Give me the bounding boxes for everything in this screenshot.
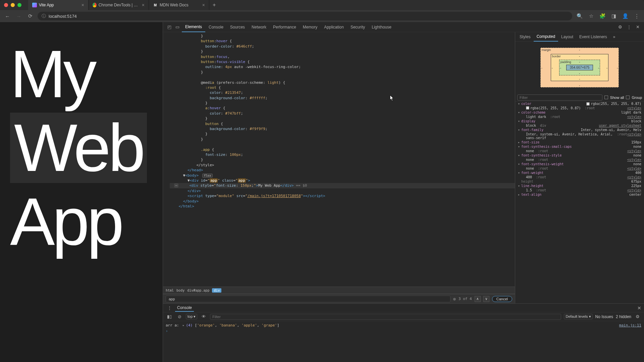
elements-source[interactable]: } button:hover { border-color: #646cff; … <box>163 32 488 274</box>
devtools-tab-sources[interactable]: Sources <box>227 22 248 32</box>
devtools-tab-bar: ◰ ▭ ElementsConsoleSourcesNetworkPerform… <box>163 22 488 32</box>
elements-panel: } button:hover { border-color: #646cff; … <box>163 32 488 274</box>
maximize-window-button[interactable] <box>17 3 21 7</box>
page-text-line2-highlighted: Web <box>10 113 147 183</box>
close-window-button[interactable] <box>4 3 8 7</box>
device-toolbar-icon[interactable]: ▭ <box>174 23 181 31</box>
devtools-tab-lighthouse[interactable]: Lighthouse <box>368 22 395 32</box>
mdn-favicon: M <box>153 3 158 7</box>
browser-tabs: Vite App × Chrome DevTools | Chrome × M … <box>28 0 219 10</box>
browser-tab[interactable]: Vite App × <box>28 0 89 10</box>
devtools-tab-console[interactable]: Console <box>205 22 227 32</box>
window-titlebar: Vite App × Chrome DevTools | Chrome × M … <box>0 0 488 10</box>
devtools-tab-memory[interactable]: Memory <box>300 22 321 32</box>
close-tab-icon[interactable]: × <box>82 2 84 8</box>
devtools-panel: ◰ ▭ ElementsConsoleSourcesNetworkPerform… <box>163 22 488 274</box>
vite-favicon <box>32 3 37 7</box>
new-tab-button[interactable]: + <box>209 0 219 10</box>
inspect-element-icon[interactable]: ◰ <box>166 23 173 31</box>
close-tab-icon[interactable]: × <box>142 2 145 8</box>
page-text-line1: My <box>10 39 153 109</box>
browser-toolbar: ← → ⟳ ⓘ localhost:5174 🔍 ☆ 🧩 ◨ 👤 ⋮ <box>0 10 488 22</box>
tab-title: MDN Web Docs <box>160 3 189 7</box>
browser-tab[interactable]: Chrome DevTools | Chrome × <box>89 0 149 10</box>
chrome-favicon <box>93 3 97 7</box>
devtools-tab-security[interactable]: Security <box>347 22 368 32</box>
devtools-tab-network[interactable]: Network <box>248 22 270 32</box>
site-info-icon[interactable]: ⓘ <box>42 13 46 19</box>
page-viewport: My Web App <box>0 22 163 274</box>
app-content: My Web App <box>10 39 153 257</box>
url-text: localhost:5174 <box>49 14 77 19</box>
back-button[interactable]: ← <box>3 12 11 20</box>
tab-title: Chrome DevTools | Chrome <box>99 3 140 7</box>
minimize-window-button[interactable] <box>11 3 15 7</box>
address-bar[interactable]: ⓘ localhost:5174 <box>38 12 488 20</box>
forward-button[interactable]: → <box>15 12 23 20</box>
devtools-tab-performance[interactable]: Performance <box>270 22 300 32</box>
devtools-tab-elements[interactable]: Elements <box>182 22 205 32</box>
devtools-tab-application[interactable]: Application <box>321 22 347 32</box>
reload-button[interactable]: ⟳ <box>26 12 34 20</box>
tab-title: Vite App <box>39 3 54 7</box>
browser-tab[interactable]: M MDN Web Docs × <box>149 0 209 10</box>
close-tab-icon[interactable]: × <box>202 2 205 8</box>
page-text-line3: App <box>10 186 153 257</box>
